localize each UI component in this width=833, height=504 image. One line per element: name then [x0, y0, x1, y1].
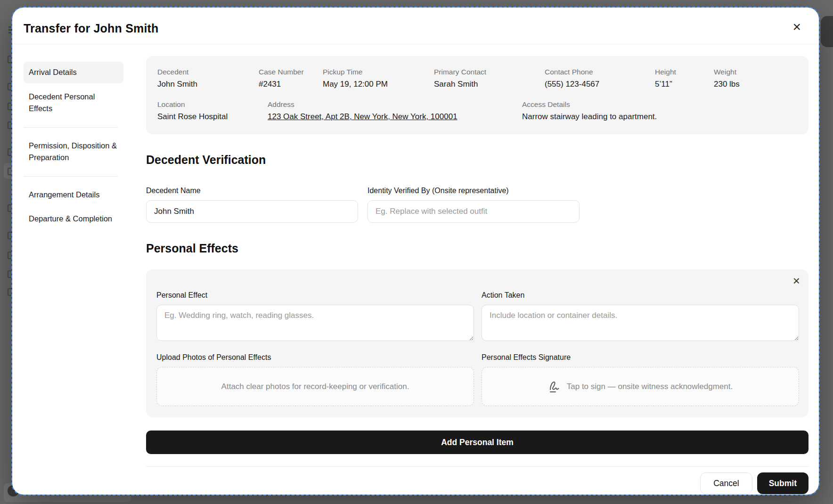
signature-field-group: Personal Effects Signature Tap to sign —…	[482, 353, 799, 406]
decedent-name-field-group: Decedent Name	[146, 187, 358, 223]
sidebar-item-decedent-personal-effects[interactable]: Decedent Personal Effects	[24, 86, 123, 120]
backdrop-topright-pill	[821, 16, 833, 47]
submit-button[interactable]: Submit	[757, 472, 808, 494]
sidebar-divider	[24, 127, 118, 128]
upload-photos-dropzone[interactable]: Attach clear photos for record-keeping o…	[156, 367, 474, 406]
pe-text-fields: Personal Effect Action Taken	[156, 291, 799, 343]
identity-verified-label: Identity Verified By (Onsite representat…	[368, 187, 580, 195]
modal-title: Transfer for John Smith	[24, 22, 159, 35]
signature-label: Personal Effects Signature	[482, 353, 799, 362]
transfer-modal: Transfer for John Smith × Arrival Detail…	[12, 8, 819, 495]
summary-field-primary-contact: Primary Contact Sarah Smith	[434, 68, 545, 89]
upload-photos-label: Upload Photos of Personal Effects	[156, 353, 474, 362]
close-icon[interactable]: ×	[792, 22, 802, 32]
summary-row-2: Location Saint Rose Hospital Address 123…	[157, 100, 797, 122]
sidebar-item-departure-completion[interactable]: Departure & Completion	[24, 208, 123, 230]
summary-field-decedent: Decedent John Smith	[157, 68, 259, 89]
case-summary-card: Decedent John Smith Case Number #2431 Pi…	[146, 56, 808, 134]
sidebar-item-permission-disposition-preparation[interactable]: Permission, Disposition & Preparation	[24, 135, 123, 169]
signature-hint: Tap to sign — onsite witness acknowledgm…	[567, 382, 733, 391]
verification-fields: Decedent Name Identity Verified By (Onsi…	[146, 187, 808, 223]
decedent-name-input[interactable]	[146, 200, 358, 223]
summary-field-location: Location Saint Rose Hospital	[157, 100, 268, 122]
signature-icon	[548, 380, 561, 393]
personal-effect-label: Personal Effect	[156, 291, 474, 300]
sidebar-divider	[24, 176, 118, 177]
identity-verified-input[interactable]	[368, 200, 580, 223]
remove-item-close-icon[interactable]: ×	[792, 276, 801, 285]
modal-body: Arrival Details Decedent Personal Effect…	[12, 44, 819, 495]
personal-effect-item-card: × Personal Effect Action Taken Upload Ph…	[146, 269, 808, 417]
add-personal-item-button[interactable]: Add Personal Item	[146, 431, 808, 454]
summary-row-1: Decedent John Smith Case Number #2431 Pi…	[157, 68, 797, 89]
pe-attachment-fields: Upload Photos of Personal Effects Attach…	[156, 353, 799, 406]
summary-field-height: Height 5’11”	[655, 68, 714, 89]
action-taken-field-group: Action Taken	[482, 291, 799, 343]
summary-field-access-details: Access Details Narrow stairway leading t…	[522, 100, 797, 122]
upload-photos-hint: Attach clear photos for record-keeping o…	[221, 382, 409, 391]
sidebar-item-arrival-details[interactable]: Arrival Details	[24, 62, 123, 83]
action-taken-textarea[interactable]	[482, 305, 799, 341]
summary-field-address: Address 123 Oak Street, Apt 2B, New York…	[268, 100, 522, 122]
cancel-button[interactable]: Cancel	[700, 472, 752, 494]
modal-header: Transfer for John Smith ×	[12, 8, 819, 44]
upload-photos-field-group: Upload Photos of Personal Effects Attach…	[156, 353, 474, 406]
modal-main: Decedent John Smith Case Number #2431 Pi…	[146, 56, 808, 494]
summary-field-contact-phone: Contact Phone (555) 123-4567	[545, 68, 655, 89]
decedent-verification-heading: Decedent Verification	[146, 153, 808, 167]
address-link[interactable]: 123 Oak Street, Apt 2B, New York, New Yo…	[268, 112, 522, 122]
action-taken-label: Action Taken	[482, 291, 799, 300]
identity-verified-field-group: Identity Verified By (Onsite representat…	[368, 187, 580, 223]
personal-effect-textarea[interactable]	[156, 305, 474, 341]
modal-sidebar: Arrival Details Decedent Personal Effect…	[24, 62, 123, 494]
decedent-name-label: Decedent Name	[146, 187, 358, 195]
personal-effect-field-group: Personal Effect	[156, 291, 474, 343]
modal-footer: Cancel Submit	[146, 466, 808, 494]
summary-field-weight: Weight 230 lbs	[714, 68, 797, 89]
signature-pad[interactable]: Tap to sign — onsite witness acknowledgm…	[482, 367, 799, 406]
sidebar-item-arrangement-details[interactable]: Arrangement Details	[24, 184, 123, 206]
summary-field-pickup-time: Pickup Time May 19, 12:00 PM	[323, 68, 434, 89]
personal-effects-heading: Personal Effects	[146, 242, 808, 255]
summary-field-case-number: Case Number #2431	[259, 68, 323, 89]
